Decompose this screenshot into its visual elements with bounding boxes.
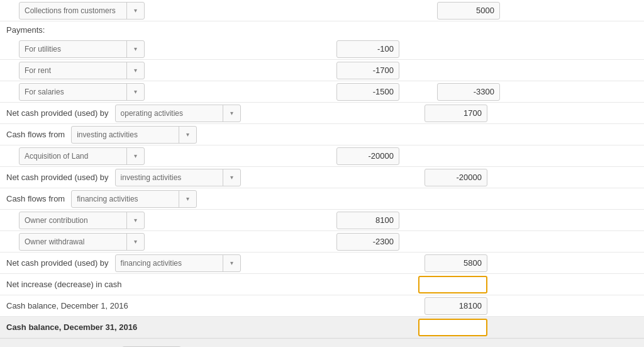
cash-balance-dec1-value: 18100 — [425, 297, 487, 315]
acquisition-dropdown[interactable]: Acquisition of Land ▾ — [19, 147, 145, 165]
net-cash-financing-value: 5800 — [425, 254, 487, 272]
utilities-value: -100 — [336, 40, 399, 58]
salaries-row: For salaries ▾ -1500 -3300 — [0, 81, 644, 103]
rent-row: For rent ▾ -1700 — [0, 60, 644, 81]
utilities-dropdown-label: For utilities — [19, 45, 126, 54]
net-cash-investing-dropdown-arrow[interactable]: ▾ — [223, 169, 240, 186]
salaries-right-value: -3300 — [437, 83, 500, 101]
owner-contribution-dropdown-arrow[interactable]: ▾ — [126, 212, 144, 229]
net-cash-operating-label-cell: Net cash provided (used) by operating ac… — [6, 105, 296, 122]
cash-flows-financing-label: Cash flows from — [6, 194, 65, 203]
net-cash-financing-dropdown-arrow[interactable]: ▾ — [223, 254, 240, 272]
acquisition-dropdown-arrow[interactable]: ▾ — [126, 147, 144, 165]
cash-flows-financing-dropdown-label: financing activities — [72, 195, 179, 203]
net-cash-financing-dropdown[interactable]: financing activities ▾ — [115, 254, 241, 272]
acquisition-row: Acquisition of Land ▾ -20000 — [0, 145, 644, 167]
acquisition-label-cell: Acquisition of Land ▾ — [19, 147, 308, 165]
salaries-mid-value: -1500 — [336, 83, 399, 101]
net-increase-right — [393, 276, 494, 293]
net-cash-investing-row: Net cash provided (used) by investing ac… — [0, 167, 644, 188]
net-cash-financing-row: Net cash provided (used) by financing ac… — [0, 253, 644, 274]
net-increase-input[interactable] — [418, 276, 487, 293]
salaries-dropdown-label: For salaries — [19, 88, 126, 96]
owner-contribution-label-cell: Owner contribution ▾ — [19, 212, 308, 229]
owner-contribution-dropdown[interactable]: Owner contribution ▾ — [19, 212, 145, 229]
collections-dropdown[interactable]: Collections from customers ▾ — [19, 2, 145, 20]
salaries-dropdown-arrow[interactable]: ▾ — [126, 83, 144, 101]
owner-contribution-mid: 8100 — [308, 212, 406, 229]
net-cash-financing-label: Net cash provided (used) by — [6, 258, 109, 268]
rent-mid: -1700 — [308, 62, 406, 79]
net-cash-financing-label-cell: Net cash provided (used) by financing ac… — [6, 254, 296, 272]
cash-balance-dec1-right: 18100 — [393, 297, 494, 315]
cash-flows-investing-dropdown-arrow[interactable]: ▾ — [179, 126, 196, 144]
cash-flows-investing-label-cell: Cash flows from investing activities ▾ — [6, 126, 296, 144]
cash-balance-dec31-right — [393, 319, 494, 336]
cash-flows-investing-label: Cash flows from — [6, 130, 65, 139]
owner-withdrawal-label-cell: Owner withdrawal ▾ — [19, 233, 308, 251]
cash-flows-financing-dropdown-arrow[interactable]: ▾ — [179, 190, 196, 208]
utilities-row: For utilities ▾ -100 — [0, 38, 644, 60]
cash-flows-investing-row: Cash flows from investing activities ▾ — [0, 124, 644, 145]
acquisition-value: -20000 — [336, 147, 399, 165]
net-cash-operating-dropdown-arrow[interactable]: ▾ — [223, 105, 240, 122]
cash-balance-dec1-label: Cash balance, December 1, 2016 — [6, 301, 128, 310]
cash-flows-investing-dropdown[interactable]: investing activities ▾ — [71, 126, 197, 144]
cash-flows-financing-dropdown[interactable]: financing activities ▾ — [71, 190, 197, 208]
owner-withdrawal-dropdown[interactable]: Owner withdrawal ▾ — [19, 233, 145, 251]
net-cash-operating-row: Net cash provided (used) by operating ac… — [0, 103, 644, 124]
rent-dropdown-arrow[interactable]: ▾ — [126, 62, 144, 79]
acquisition-dropdown-label: Acquisition of Land — [19, 152, 126, 161]
net-cash-operating-label: Net cash provided (used) by — [6, 108, 109, 118]
net-increase-row: Net increase (decrease) in cash — [0, 274, 644, 295]
net-cash-operating-dropdown-label: operating activities — [116, 109, 223, 118]
salaries-dropdown[interactable]: For salaries ▾ — [19, 83, 145, 101]
cash-balance-dec31-input[interactable] — [418, 319, 487, 336]
rent-value: -1700 — [336, 62, 399, 79]
owner-withdrawal-row: Owner withdrawal ▾ -2300 — [0, 231, 644, 253]
cash-flows-financing-row: Cash flows from financing activities ▾ — [0, 188, 644, 210]
payments-label-text: Payments: — [6, 25, 45, 35]
utilities-dropdown[interactable]: For utilities ▾ — [19, 40, 145, 58]
rent-label-cell: For rent ▾ — [19, 62, 308, 79]
utilities-mid: -100 — [308, 40, 406, 58]
acquisition-mid: -20000 — [308, 147, 406, 165]
net-cash-investing-value: -20000 — [425, 169, 487, 186]
net-cash-financing-right: 5800 — [393, 254, 494, 272]
collections-dropdown-label: Collections from customers — [19, 6, 126, 15]
utilities-dropdown-arrow[interactable]: ▾ — [126, 40, 144, 58]
collections-row: Collections from customers ▾ 5000 — [0, 0, 644, 21]
owner-withdrawal-dropdown-label: Owner withdrawal — [19, 237, 126, 246]
net-cash-operating-dropdown[interactable]: operating activities ▾ — [115, 105, 241, 122]
cash-flows-financing-label-cell: Cash flows from financing activities ▾ — [6, 190, 296, 208]
utilities-label-cell: For utilities ▾ — [19, 40, 308, 58]
owner-contribution-dropdown-label: Owner contribution — [19, 216, 126, 225]
owner-contribution-row: Owner contribution ▾ 8100 — [0, 210, 644, 231]
rent-dropdown-label: For rent — [19, 66, 126, 75]
cash-flows-investing-dropdown-label: investing activities — [72, 130, 179, 139]
net-cash-investing-label: Net cash provided (used) by — [6, 173, 109, 182]
net-cash-operating-value: 1700 — [425, 105, 487, 122]
cash-balance-dec31-label-cell: Cash balance, December 31, 2016 — [6, 322, 296, 332]
collections-value: 5000 — [437, 2, 500, 20]
salaries-label-cell: For salaries ▾ — [19, 83, 308, 101]
owner-withdrawal-dropdown-arrow[interactable]: ▾ — [126, 233, 144, 251]
net-increase-label-cell: Net increase (decrease) in cash — [6, 280, 296, 289]
owner-withdrawal-mid: -2300 — [308, 233, 406, 251]
rent-dropdown[interactable]: For rent ▾ — [19, 62, 145, 79]
main-content: Collections from customers ▾ 5000 Paymen… — [0, 0, 644, 338]
net-cash-investing-right: -20000 — [393, 169, 494, 186]
collections-dropdown-arrow[interactable]: ▾ — [126, 2, 144, 20]
owner-withdrawal-value: -2300 — [336, 233, 399, 251]
cash-balance-dec31-label: Cash balance, December 31, 2016 — [6, 322, 137, 332]
collections-right: 5000 — [406, 2, 506, 20]
cash-balance-dec1-row: Cash balance, December 1, 2016 18100 — [0, 295, 644, 317]
net-cash-investing-label-cell: Net cash provided (used) by investing ac… — [6, 169, 296, 186]
cash-balance-dec1-label-cell: Cash balance, December 1, 2016 — [6, 301, 296, 310]
payments-header: Payments: — [0, 21, 644, 38]
net-cash-investing-dropdown[interactable]: investing activities ▾ — [115, 169, 241, 186]
cash-balance-dec31-row: Cash balance, December 31, 2016 — [0, 317, 644, 338]
net-cash-investing-dropdown-label: investing activities — [116, 173, 223, 182]
owner-contribution-value: 8100 — [336, 212, 399, 229]
net-cash-financing-dropdown-label: financing activities — [116, 259, 223, 268]
